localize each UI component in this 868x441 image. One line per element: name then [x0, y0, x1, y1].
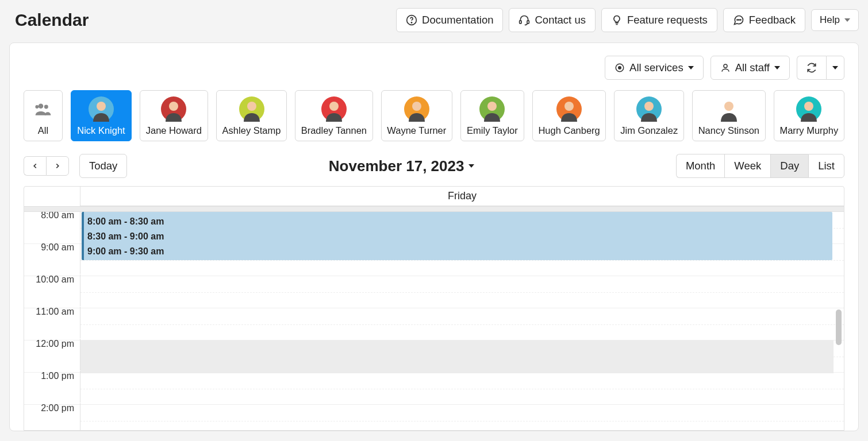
svg-point-19 [564, 102, 574, 111]
staff-name: Hugh Canberg [538, 125, 600, 136]
event-time-range: 8:30 am - 9:00 am [87, 229, 829, 244]
avatar [479, 96, 505, 122]
view-month-label: Month [686, 160, 715, 172]
help-button[interactable]: Help [811, 9, 859, 31]
svg-point-6 [740, 20, 740, 20]
svg-point-20 [644, 102, 654, 111]
refresh-icon [806, 63, 817, 73]
view-switch: Month Week Day List [676, 154, 844, 178]
refresh-split-group [797, 56, 844, 80]
svg-point-8 [619, 67, 621, 69]
today-label: Today [89, 160, 117, 172]
staff-card-jim-gonzalez[interactable]: Jim Gonzalez [614, 90, 684, 141]
feature-button[interactable]: Feature requests [601, 8, 717, 32]
page-title: Calendar [15, 10, 89, 30]
prev-button[interactable] [24, 156, 46, 176]
next-button[interactable] [46, 156, 69, 176]
lunch-band [80, 341, 834, 373]
view-week-label: Week [734, 160, 761, 172]
svg-point-1 [411, 22, 412, 23]
headset-icon [519, 14, 530, 26]
scrollbar-thumb[interactable] [836, 310, 842, 345]
time-label: 2:00 pm [24, 403, 80, 430]
svg-point-11 [44, 105, 48, 109]
today-button[interactable]: Today [79, 154, 127, 178]
users-icon [30, 96, 56, 122]
staff-name: Nick Knight [77, 125, 125, 136]
current-date: November 17, 2023 [329, 157, 464, 175]
svg-point-17 [412, 102, 421, 111]
chevron-left-icon [31, 162, 39, 170]
view-month-button[interactable]: Month [676, 154, 724, 178]
day-header: Friday [24, 187, 844, 206]
svg-point-9 [724, 64, 727, 68]
staff-filter-button[interactable]: All staff [710, 56, 790, 80]
event-block[interactable]: 8:00 am - 8:30 am8:30 am - 9:00 am9:00 a… [82, 212, 832, 260]
caret-down-icon [774, 66, 780, 69]
staff-card-nick-knight[interactable]: Nick Knight [71, 90, 132, 141]
staff-card-nancy-stinson[interactable]: Nancy Stinson [692, 90, 766, 141]
help-label: Help [820, 14, 840, 26]
feedback-label: Feedback [749, 14, 796, 26]
staff-card-emily-taylor[interactable]: Emily Taylor [460, 90, 524, 141]
avatar [404, 96, 429, 122]
avatar [716, 96, 742, 122]
staff-card-ashley-stamp[interactable]: Ashley Stamp [216, 90, 287, 141]
staff-name: Ashley Stamp [222, 125, 281, 136]
staff-filter-label: All staff [735, 61, 770, 74]
calendar-grid: Friday 8:00 am9:00 am10:00 am11:00 am12:… [24, 186, 844, 431]
nav-row: Today November 17, 2023 Month Week Day L… [24, 154, 844, 178]
staff-card-bradley-tannen[interactable]: Bradley Tannen [295, 90, 372, 141]
contact-label: Contact us [535, 14, 585, 26]
staff-card-marry-murphy[interactable]: Marry Murphy [774, 90, 844, 141]
filter-row: All services All staff [24, 56, 844, 80]
view-list-button[interactable]: List [808, 154, 844, 178]
refresh-options-button[interactable] [826, 56, 844, 80]
staff-card-wayne-turner[interactable]: Wayne Turner [381, 90, 453, 141]
event-time-range: 8:00 am - 8:30 am [87, 214, 829, 229]
staff-name: Jim Gonzalez [620, 125, 678, 136]
date-picker[interactable]: November 17, 2023 [329, 157, 475, 175]
svg-point-14 [169, 102, 178, 111]
staff-name: Nancy Stinson [698, 125, 759, 136]
view-day-button[interactable]: Day [770, 154, 808, 178]
svg-point-4 [737, 20, 738, 20]
staff-name: All [38, 125, 48, 136]
avatar [636, 96, 662, 122]
contact-button[interactable]: Contact us [509, 8, 595, 32]
event-time-range: 9:00 am - 9:30 am [87, 244, 829, 259]
chevron-right-icon [53, 162, 62, 170]
avatar [556, 96, 582, 122]
avatar [89, 96, 114, 122]
user-icon [720, 63, 731, 73]
documentation-button[interactable]: Documentation [396, 8, 503, 32]
staff-card-jane-howard[interactable]: Jane Howard [140, 90, 208, 141]
nav-left: Today [24, 154, 127, 178]
staff-name: Marry Murphy [779, 125, 838, 136]
avatar [161, 96, 186, 122]
staff-card-all[interactable]: All [24, 90, 63, 141]
services-filter-label: All services [629, 61, 683, 74]
svg-point-10 [39, 103, 44, 109]
feedback-button[interactable]: Feedback [723, 8, 805, 32]
svg-point-5 [739, 20, 739, 20]
svg-rect-2 [520, 21, 521, 24]
feature-label: Feature requests [627, 14, 708, 26]
time-label: 9:00 am [24, 242, 80, 274]
time-col-header [24, 187, 80, 206]
events-layer: 8:00 am - 8:30 am8:30 am - 9:00 am9:00 a… [80, 212, 834, 430]
staff-row: AllNick KnightJane HowardAshley StampBra… [24, 90, 844, 141]
target-icon [614, 63, 625, 73]
staff-name: Bradley Tannen [301, 125, 367, 136]
staff-card-hugh-canberg[interactable]: Hugh Canberg [532, 90, 606, 141]
time-label: 8:00 am [24, 212, 80, 242]
services-filter-button[interactable]: All services [605, 56, 704, 80]
caret-down-icon [468, 164, 474, 168]
grid-body[interactable]: 8:00 am9:00 am10:00 am11:00 am12:00 pm1:… [24, 212, 844, 430]
allday-band [24, 206, 844, 212]
refresh-button[interactable] [797, 56, 826, 80]
view-day-label: Day [780, 160, 799, 172]
top-bar: Calendar Documentation Contact us Featur… [9, 8, 859, 32]
staff-name: Wayne Turner [387, 125, 446, 136]
view-week-button[interactable]: Week [724, 154, 770, 178]
